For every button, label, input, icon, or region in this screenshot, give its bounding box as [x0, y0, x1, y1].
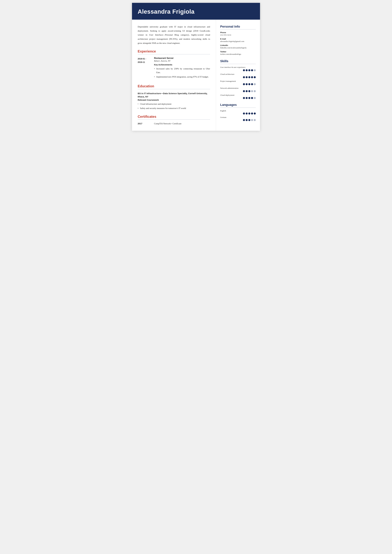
- personal-info-divider: [220, 29, 256, 29]
- dot: [251, 76, 253, 78]
- twitter-value: twitter.com/alessandrafrigo: [220, 53, 256, 55]
- resume-header: Alessandra Frigiola: [132, 3, 260, 20]
- dot: [251, 119, 253, 121]
- language-dots-german: [220, 119, 256, 121]
- personal-info-email: E-mail alessandra.frigiola@gmail.com: [220, 38, 256, 42]
- dot: [248, 76, 250, 78]
- dot: [248, 97, 250, 99]
- education-title: Education: [138, 84, 210, 88]
- dot: [243, 76, 245, 78]
- cert-year: 2017: [138, 122, 154, 125]
- cert-name: CompTIA Network+ Certificate: [154, 122, 182, 125]
- exp-date-end: 2019-11: [138, 61, 154, 64]
- experience-entry: 2018-01 - 2019-11 Restaurant Server Baha…: [138, 57, 210, 80]
- coursework-heading: Relevant Coursework: [138, 99, 210, 101]
- dot: [246, 119, 248, 121]
- language-dots-english: [220, 112, 256, 114]
- dot: [246, 97, 248, 99]
- email-value: alessandra.frigiola@gmail.com: [220, 40, 256, 42]
- dot: [248, 90, 250, 92]
- dot: [251, 112, 253, 114]
- dot: [254, 76, 256, 78]
- coursework-item: Cloud infrastructure and deployment: [138, 102, 210, 106]
- exp-date-start: 2018-01 -: [138, 57, 154, 61]
- dot: [243, 97, 245, 99]
- dot: [243, 119, 245, 121]
- exp-dates: 2018-01 - 2019-11: [138, 57, 154, 80]
- right-column: Personal Info Phone 212-555-3214 E-mail …: [216, 20, 260, 131]
- certificates-divider: [138, 119, 210, 120]
- dot: [251, 83, 253, 85]
- skill-dots-cloud-arch: [220, 76, 256, 78]
- languages-title: Languages: [220, 103, 256, 107]
- summary-text: Dependable university graduate with IT m…: [138, 25, 210, 45]
- skill-item-cloud-deploy: Cloud deployment: [220, 94, 256, 99]
- skill-name-cloud-deploy: Cloud deployment: [220, 94, 256, 97]
- achievement-item: Increased sales by 230% by connecting re…: [154, 67, 210, 74]
- dot: [254, 90, 256, 92]
- dot: [243, 90, 245, 92]
- twitter-label: Twitter: [220, 51, 256, 53]
- dot: [246, 69, 248, 71]
- achievements-heading: Key Achievements: [154, 63, 210, 66]
- personal-info-title: Personal Info: [220, 25, 256, 28]
- skill-name-project-mgmt: Project management: [220, 80, 256, 83]
- phone-label: Phone: [220, 31, 256, 34]
- dot: [248, 119, 250, 121]
- exp-company: Bahari, Astoria, NY: [154, 60, 210, 62]
- skill-dots-project-mgmt: [220, 83, 256, 85]
- personal-info-linkedin: LinkedIn linkedin.com/in/alessandrafrigi…: [220, 44, 256, 49]
- candidate-name: Alessandra Frigiola: [138, 8, 254, 15]
- personal-info-phone: Phone 212-555-3214: [220, 31, 256, 36]
- linkedin-label: LinkedIn: [220, 44, 256, 46]
- achievement-item: Implemented new POS integration, saving …: [154, 75, 210, 79]
- dot: [243, 83, 245, 85]
- dot: [251, 97, 253, 99]
- dot: [254, 97, 256, 99]
- languages-section: Languages English German: [220, 103, 256, 121]
- experience-divider: [138, 54, 210, 54]
- dot: [243, 112, 245, 114]
- dot: [251, 90, 253, 92]
- certificates-title: Certificates: [138, 115, 210, 119]
- language-item-english: English: [220, 110, 256, 114]
- dot: [254, 69, 256, 71]
- dot: [246, 90, 248, 92]
- resume-body: Dependable university graduate with IT m…: [132, 20, 260, 131]
- dot: [248, 112, 250, 114]
- dot: [243, 69, 245, 71]
- education-entry: BS in IT Infrastructure—Data Science Spe…: [138, 92, 210, 110]
- dot: [246, 83, 248, 85]
- skill-item-project-mgmt: Project management: [220, 80, 256, 85]
- skill-item-ui: User interface & user experience: [220, 66, 256, 71]
- resume-container: Alessandra Frigiola Dependable universit…: [132, 3, 260, 131]
- language-name-english: English: [220, 110, 256, 112]
- coursework-item: Safety and security measures for tomorro…: [138, 106, 210, 110]
- skills-section: Skills User interface & user experience …: [220, 59, 256, 99]
- dot: [251, 69, 253, 71]
- skill-dots-ui: [220, 69, 256, 71]
- dot: [246, 112, 248, 114]
- dot: [248, 83, 250, 85]
- dot: [254, 119, 256, 121]
- dot: [246, 76, 248, 78]
- coursework-list: Cloud infrastructure and deployment Safe…: [138, 102, 210, 110]
- skills-title: Skills: [220, 59, 256, 63]
- skill-name-cloud-arch: Cloud architecture: [220, 73, 256, 76]
- language-name-german: German: [220, 116, 256, 119]
- edu-degree: BS in IT Infrastructure—Data Science Spe…: [138, 92, 210, 98]
- certificates-section: Certificates 2017 CompTIA Network+ Certi…: [138, 115, 210, 125]
- skill-name-ui: User interface & user experience: [220, 66, 256, 69]
- dot: [254, 83, 256, 85]
- linkedin-value: linkedin.com/in/alessandrafrigiola: [220, 47, 256, 49]
- skill-item-network-admin: Network administration: [220, 87, 256, 92]
- exp-details: Restaurant Server Bahari, Astoria, NY Ke…: [154, 57, 210, 80]
- achievements-list: Increased sales by 230% by connecting re…: [154, 67, 210, 79]
- dot: [248, 69, 250, 71]
- skill-name-network-admin: Network administration: [220, 87, 256, 90]
- experience-section: Experience 2018-01 - 2019-11 Restaurant …: [138, 49, 210, 80]
- skill-dots-network-admin: [220, 90, 256, 92]
- certificate-entry: 2017 CompTIA Network+ Certificate: [138, 122, 210, 125]
- skill-item-cloud-arch: Cloud architecture: [220, 73, 256, 78]
- email-label: E-mail: [220, 38, 256, 40]
